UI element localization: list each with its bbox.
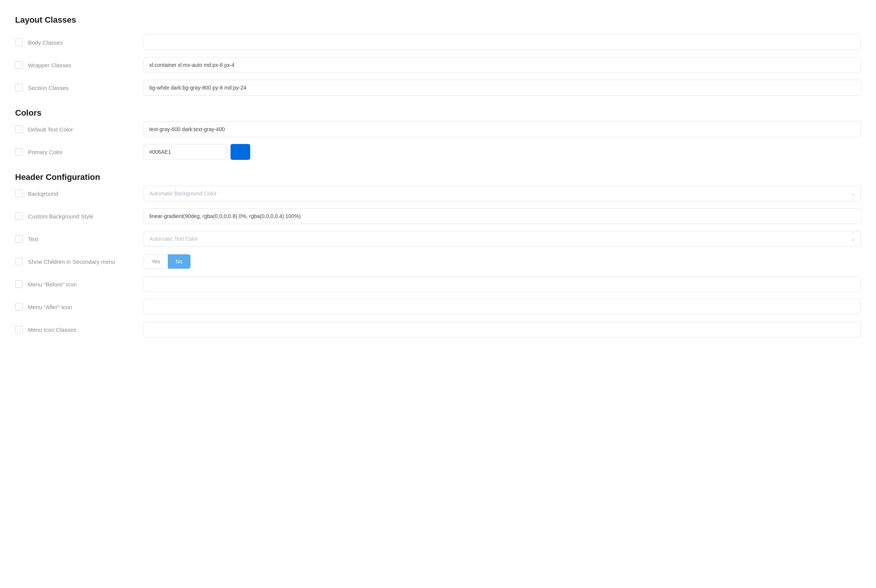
text-color-checkbox[interactable] [15,235,23,243]
primary-color-row: Primary Color [15,144,861,160]
text-color-select-wrapper: Automatic Text Color ⌄ [144,231,861,247]
wrapper-classes-checkbox[interactable] [15,61,23,69]
menu-icon-classes-row: Menu Icon Classes [15,321,861,338]
primary-color-group [144,144,861,160]
menu-icon-classes-input[interactable] [144,322,861,337]
menu-icon-classes-label: Menu Icon Classes [28,326,76,333]
default-text-color-input[interactable] [144,121,861,137]
menu-icon-classes-checkbox[interactable] [15,326,23,333]
show-children-no-button[interactable]: No [168,254,190,269]
menu-after-icon-label: Menu "After" Icon [28,304,72,310]
wrapper-classes-input[interactable] [144,57,861,73]
menu-before-icon-row: Menu "Before" Icon [15,276,861,292]
header-configuration-title: Header Configuration [15,172,861,182]
body-classes-label: Body Classes [28,39,63,46]
menu-after-icon-input[interactable] [144,299,861,315]
custom-background-style-input[interactable] [144,208,861,224]
show-children-row: Show Children in Secondary menu Yes No [15,253,861,270]
menu-after-icon-row: Menu "After" Icon [15,299,861,315]
body-classes-input[interactable] [144,34,861,50]
background-select-wrapper: Automatic Background Color ⌄ [144,186,861,201]
wrapper-classes-row: Wrapper Classes [15,57,861,73]
default-text-color-label: Default Text Color [28,126,73,133]
section-classes-row: Section Classes [15,79,861,96]
menu-before-icon-label: Menu "Before" Icon [28,281,77,288]
primary-color-input[interactable] [144,144,227,160]
body-classes-checkbox[interactable] [15,39,23,46]
background-row: Background Automatic Background Color ⌄ [15,185,861,202]
body-classes-row: Body Classes [15,34,861,51]
text-color-row: Text Automatic Text Color ⌄ [15,231,861,247]
colors-title: Colors [15,108,861,118]
background-label: Background [28,190,58,197]
section-classes-input[interactable] [144,80,861,96]
show-children-yes-button[interactable]: Yes [144,254,168,269]
menu-after-icon-checkbox[interactable] [15,303,23,311]
background-checkbox[interactable] [15,190,23,197]
default-text-color-row: Default Text Color [15,121,861,138]
layout-classes-title: Layout Classes [15,15,861,25]
text-color-label: Text [28,236,39,242]
primary-color-checkbox[interactable] [15,148,23,156]
menu-before-icon-input[interactable] [144,276,861,292]
text-color-select[interactable]: Automatic Text Color [144,231,861,247]
background-select[interactable]: Automatic Background Color [144,186,861,201]
custom-background-style-label: Custom Background Style [28,213,93,220]
primary-color-label: Primary Color [28,149,63,155]
wrapper-classes-label: Wrapper Classes [28,62,71,68]
primary-color-swatch[interactable] [231,144,250,160]
custom-background-style-checkbox[interactable] [15,212,23,220]
show-children-label: Show Children in Secondary menu [28,258,115,265]
show-children-toggle-group: Yes No [144,254,861,269]
show-children-checkbox[interactable] [15,258,23,265]
section-classes-checkbox[interactable] [15,84,23,91]
default-text-color-checkbox[interactable] [15,125,23,133]
section-classes-label: Section Classes [28,85,69,91]
custom-background-style-row: Custom Background Style [15,208,861,224]
menu-before-icon-checkbox[interactable] [15,280,23,288]
